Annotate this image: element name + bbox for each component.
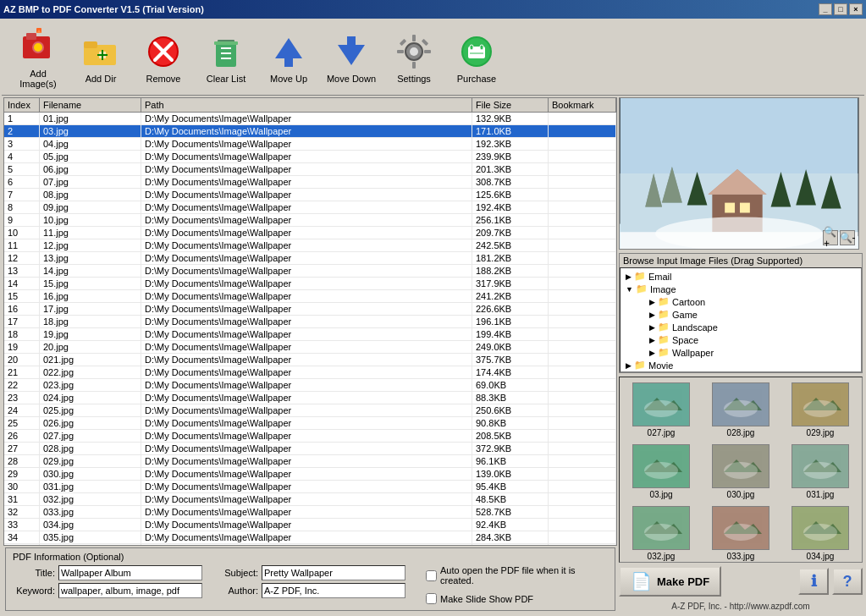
tree-item[interactable]: ▶📁Music (622, 371, 859, 372)
table-row[interactable]: 35 036.jpg D:\My Documents\Image\Wallpap… (4, 544, 616, 545)
table-row[interactable]: 9 10.jpg D:\My Documents\Image\Wallpaper… (4, 214, 616, 227)
cell-filename: 021.jpg (40, 354, 141, 366)
list-item[interactable]: 032.jpg (623, 504, 699, 563)
title-input[interactable] (58, 565, 202, 580)
list-item[interactable]: 033.jpg (703, 504, 779, 563)
remove-button[interactable]: Remove (134, 29, 193, 86)
table-row[interactable]: 33 034.jpg D:\My Documents\Image\Wallpap… (4, 519, 616, 531)
tree-view[interactable]: ▶📁Email▼📁Image▶📁Cartoon▶📁Game▶📁Landscape… (620, 267, 862, 372)
list-item[interactable]: 030.jpg (703, 443, 779, 501)
table-row[interactable]: 10 11.jpg D:\My Documents\Image\Wallpape… (4, 227, 616, 239)
list-item[interactable]: 034.jpg (782, 504, 858, 563)
slide-show-checkbox[interactable] (426, 593, 437, 604)
svg-point-61 (644, 400, 678, 417)
move-up-button[interactable]: Move Up (259, 29, 318, 86)
list-item[interactable]: 028.jpg (703, 381, 779, 439)
table-row[interactable]: 28 029.jpg D:\My Documents\Image\Wallpap… (4, 455, 616, 468)
table-row[interactable]: 13 14.jpg D:\My Documents\Image\Wallpape… (4, 265, 616, 278)
author-input[interactable] (262, 583, 405, 598)
table-row[interactable]: 7 08.jpg D:\My Documents\Image\Wallpaper… (4, 189, 616, 201)
purchase-button[interactable]: Purchase (447, 29, 506, 86)
table-row[interactable]: 30 031.jpg D:\My Documents\Image\Wallpap… (4, 481, 616, 493)
table-row[interactable]: 16 17.jpg D:\My Documents\Image\Wallpape… (4, 303, 616, 316)
cell-filesize: 241.2KB (472, 290, 549, 302)
table-row[interactable]: 18 19.jpg D:\My Documents\Image\Wallpape… (4, 328, 616, 341)
table-row[interactable]: 17 18.jpg D:\My Documents\Image\Wallpape… (4, 316, 616, 328)
list-item[interactable]: 031.jpg (782, 443, 858, 501)
table-row[interactable]: 21 022.jpg D:\My Documents\Image\Wallpap… (4, 366, 616, 379)
file-list-body[interactable]: 1 01.jpg D:\My Documents\Image\Wallpaper… (4, 113, 616, 545)
table-row[interactable]: 27 028.jpg D:\My Documents\Image\Wallpap… (4, 443, 616, 455)
close-button[interactable]: × (849, 3, 863, 15)
table-row[interactable]: 23 024.jpg D:\My Documents\Image\Wallpap… (4, 392, 616, 404)
cell-filename: 19.jpg (40, 328, 141, 340)
tree-arrow-icon: ▶ (649, 349, 655, 357)
subject-row: Subject: (216, 565, 405, 580)
table-row[interactable]: 2 03.jpg D:\My Documents\Image\Wallpaper… (4, 125, 616, 138)
move-down-icon (331, 31, 372, 72)
tree-item[interactable]: ▶📁Space (622, 333, 859, 346)
auto-open-checkbox[interactable] (426, 570, 437, 581)
zoom-out-button[interactable]: 🔍- (840, 230, 855, 245)
tree-item[interactable]: ▶📁Wallpaper (622, 346, 859, 359)
svg-point-77 (724, 462, 758, 479)
cell-path: D:\My Documents\Image\Wallpaper (141, 341, 472, 353)
table-row[interactable]: 29 030.jpg D:\My Documents\Image\Wallpap… (4, 468, 616, 481)
table-row[interactable]: 24 025.jpg D:\My Documents\Image\Wallpap… (4, 404, 616, 417)
table-row[interactable]: 31 032.jpg D:\My Documents\Image\Wallpap… (4, 493, 616, 506)
tree-arrow-icon: ▶ (649, 323, 655, 332)
tree-item[interactable]: ▶📁Landscape (622, 321, 859, 333)
add-images-button[interactable]: Add Image(s) (8, 24, 68, 91)
table-row[interactable]: 19 20.jpg D:\My Documents\Image\Wallpape… (4, 341, 616, 354)
table-row[interactable]: 3 04.jpg D:\My Documents\Image\Wallpaper… (4, 138, 616, 151)
settings-button[interactable]: Settings (384, 29, 444, 86)
cell-bookmark (549, 303, 616, 315)
cell-path: D:\My Documents\Image\Wallpaper (141, 544, 472, 545)
thumbnail-label: 028.jpg (727, 428, 755, 437)
table-row[interactable]: 14 15.jpg D:\My Documents\Image\Wallpape… (4, 278, 616, 290)
zoom-in-button[interactable]: 🔍+ (823, 230, 838, 245)
thumbnails-area: 027.jpg 028.jpg 029.jpg (619, 377, 863, 563)
minimize-button[interactable]: _ (819, 3, 832, 15)
tree-item[interactable]: ▶📁Game (622, 308, 859, 321)
table-row[interactable]: 32 033.jpg D:\My Documents\Image\Wallpap… (4, 506, 616, 519)
tree-item[interactable]: ▶📁Cartoon (622, 295, 859, 308)
maximize-button[interactable]: □ (834, 3, 847, 15)
table-row[interactable]: 11 12.jpg D:\My Documents\Image\Wallpape… (4, 239, 616, 252)
tree-item-label: Email (648, 272, 672, 282)
table-row[interactable]: 15 16.jpg D:\My Documents\Image\Wallpape… (4, 290, 616, 303)
table-row[interactable]: 34 035.jpg D:\My Documents\Image\Wallpap… (4, 531, 616, 544)
make-pdf-button[interactable]: 📄 Make PDF (619, 566, 721, 597)
preview-zoom-controls: 🔍+ 🔍- (823, 230, 855, 245)
table-row[interactable]: 1 01.jpg D:\My Documents\Image\Wallpaper… (4, 113, 616, 125)
cell-index: 22 (4, 379, 40, 391)
cell-filesize: 192.4KB (472, 201, 549, 213)
list-item[interactable]: 027.jpg (623, 381, 699, 439)
help-button[interactable]: ? (832, 568, 863, 595)
subject-input[interactable] (262, 565, 405, 580)
add-dir-button[interactable]: Add Dir (71, 29, 130, 86)
move-down-button[interactable]: Move Down (322, 29, 381, 86)
table-row[interactable]: 12 13.jpg D:\My Documents\Image\Wallpape… (4, 252, 616, 265)
info-button[interactable]: ℹ (798, 568, 829, 595)
list-item[interactable]: 029.jpg (782, 381, 858, 439)
table-row[interactable]: 26 027.jpg D:\My Documents\Image\Wallpap… (4, 430, 616, 443)
thumbnail-image (632, 382, 690, 426)
table-row[interactable]: 5 06.jpg D:\My Documents\Image\Wallpaper… (4, 163, 616, 176)
tree-item[interactable]: ▶📁Movie (622, 359, 859, 371)
cell-filesize: 317.9KB (472, 278, 549, 289)
keyword-input[interactable] (58, 583, 202, 598)
list-item[interactable]: 03.jpg (623, 443, 699, 501)
table-row[interactable]: 20 021.jpg D:\My Documents\Image\Wallpap… (4, 354, 616, 366)
table-row[interactable]: 22 023.jpg D:\My Documents\Image\Wallpap… (4, 379, 616, 392)
table-row[interactable]: 8 09.jpg D:\My Documents\Image\Wallpaper… (4, 201, 616, 214)
cell-filesize: 96.1KB (472, 455, 549, 467)
table-row[interactable]: 25 026.jpg D:\My Documents\Image\Wallpap… (4, 417, 616, 430)
table-row[interactable]: 4 05.jpg D:\My Documents\Image\Wallpaper… (4, 151, 616, 163)
table-row[interactable]: 6 07.jpg D:\My Documents\Image\Wallpaper… (4, 176, 616, 189)
tree-item[interactable]: ▶📁Email (622, 270, 859, 283)
tree-item[interactable]: ▼📁Image (622, 283, 859, 295)
thumbnail-image (792, 506, 849, 550)
clear-list-button[interactable]: Clear List (196, 29, 256, 86)
cell-path: D:\My Documents\Image\Wallpaper (141, 113, 472, 124)
